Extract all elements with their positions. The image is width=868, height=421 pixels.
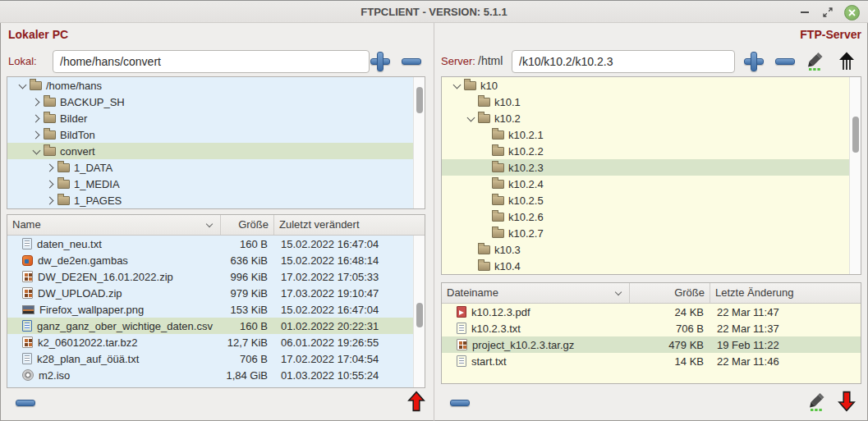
close-button[interactable] bbox=[842, 1, 861, 24]
table-row[interactable]: Firefox_wallpaper.png 153 KiB 15.02.2022… bbox=[7, 301, 425, 318]
server-tree-body: k10 k10.1 k10.2 k10.2.1 k10.2.2 k10.2.3 … bbox=[442, 77, 849, 274]
table-row[interactable]: k2_06012022.tar.bz2 12,7 KiB 06.01.2022 … bbox=[7, 334, 425, 350]
expander-icon[interactable] bbox=[452, 80, 462, 91]
file-modified: 17.03.2022 19:10:47 bbox=[274, 287, 425, 300]
file-type-icon bbox=[22, 271, 33, 282]
server-delete-button[interactable] bbox=[449, 392, 471, 414]
tree-item[interactable]: k10.2 bbox=[442, 110, 849, 126]
local-table-scrollbar[interactable] bbox=[413, 236, 425, 387]
local-delete-button[interactable] bbox=[15, 392, 36, 414]
tree-item[interactable]: k10.2.6 bbox=[442, 208, 849, 225]
table-row[interactable]: m2.iso 1,84 GiB 01.03.2022 10:55:24 bbox=[7, 367, 425, 383]
server-parent-dir-button[interactable] bbox=[838, 51, 856, 71]
expander-icon[interactable] bbox=[31, 113, 42, 124]
tree-item[interactable]: convert bbox=[7, 143, 425, 159]
tree-item-label: BildTon bbox=[60, 129, 95, 141]
folder-icon bbox=[57, 180, 70, 189]
local-column-modified[interactable]: Zuletzt verändert bbox=[274, 215, 425, 235]
folder-icon bbox=[44, 130, 56, 140]
file-type-icon bbox=[22, 353, 32, 364]
server-add-button[interactable] bbox=[743, 51, 765, 72]
local-add-button[interactable] bbox=[370, 51, 391, 72]
local-column-size[interactable]: Größe bbox=[221, 215, 274, 235]
upload-button[interactable] bbox=[407, 391, 425, 412]
tree-item-label: k10.2.6 bbox=[508, 211, 544, 223]
table-row[interactable]: k28_plan_auf_öüä.txt 706 B 17.02.2022 17… bbox=[7, 350, 425, 367]
scrollbar-thumb[interactable] bbox=[852, 117, 859, 153]
file-modified: 19 Feb 11:22 bbox=[710, 339, 861, 351]
local-path-input[interactable] bbox=[53, 50, 370, 73]
tree-item[interactable]: 1_MEDIA bbox=[7, 176, 413, 192]
table-row[interactable]: start.txt 14 KB 22 Mar 11:46 bbox=[442, 353, 861, 369]
scrollbar-thumb[interactable] bbox=[416, 303, 423, 327]
server-column-name[interactable]: Dateiname bbox=[442, 283, 630, 303]
title-bar[interactable]: FTPCLIENT - VERSION: 5.1.1 bbox=[0, 0, 868, 23]
expander-icon[interactable] bbox=[17, 80, 28, 91]
tree-item[interactable]: k10.2.4 bbox=[442, 176, 849, 192]
server-path-input[interactable] bbox=[512, 50, 735, 73]
tree-item-label: /home/hans bbox=[46, 80, 102, 92]
expander-icon[interactable] bbox=[31, 146, 42, 157]
tree-item[interactable]: 1_DATA bbox=[7, 159, 413, 176]
minus-icon bbox=[402, 58, 421, 65]
server-column-modified[interactable]: Letzte Änderung bbox=[710, 283, 861, 303]
tree-item[interactable]: BildTon bbox=[7, 126, 413, 143]
tree-item-label: k10.4 bbox=[494, 260, 521, 272]
server-path-label: Server: bbox=[441, 55, 475, 67]
table-row[interactable]: project_k10.2.3.tar.gz 479 KB 19 Feb 11:… bbox=[442, 336, 861, 353]
tree-item[interactable]: k10.2.2 bbox=[442, 143, 849, 159]
server-table-body: k10.12.3.pdf 24 KB 22 Mar 11:47 k10.2.3.… bbox=[442, 304, 861, 369]
server-tree-scrollbar[interactable] bbox=[849, 77, 861, 274]
server-edit-button[interactable] bbox=[807, 391, 825, 412]
folder-icon bbox=[478, 245, 490, 254]
file-type-icon bbox=[22, 238, 32, 249]
server-remove-button[interactable] bbox=[774, 51, 796, 72]
expander-icon[interactable] bbox=[466, 113, 476, 124]
local-remove-button[interactable] bbox=[401, 51, 422, 72]
server-column-size[interactable]: Größe bbox=[630, 283, 710, 303]
file-size: 160 B bbox=[221, 320, 274, 332]
table-row[interactable]: ganz_ganz_ober_wichtige_daten.csv 160 B … bbox=[7, 318, 425, 334]
file-name: k10.12.3.pdf bbox=[471, 306, 530, 318]
table-row[interactable]: k10.2.3.txt 706 B 22 Mar 11:37 bbox=[442, 320, 861, 336]
table-row[interactable]: DW_UPLOAD.zip 979 KiB 17.03.2022 19:10:4… bbox=[7, 285, 425, 301]
local-column-name[interactable]: Name bbox=[7, 215, 221, 235]
tree-item[interactable]: BACKUP_SH bbox=[7, 94, 413, 110]
server-path-row: Server: /html bbox=[441, 49, 861, 74]
table-row[interactable]: DW_DE2EN_16.01.2022.zip 996 KiB 17.02.20… bbox=[7, 268, 425, 285]
expander-icon[interactable] bbox=[31, 130, 42, 140]
tree-item[interactable]: k10.1 bbox=[442, 94, 849, 110]
tree-item-label: k10 bbox=[480, 80, 498, 92]
minimize-button[interactable] bbox=[796, 1, 814, 24]
file-type-icon bbox=[457, 323, 466, 334]
tree-item[interactable]: 1_PAGES bbox=[7, 192, 413, 208]
tree-item[interactable]: /home/hans bbox=[7, 77, 413, 94]
expander-icon[interactable] bbox=[31, 97, 42, 108]
file-modified: 22 Mar 11:47 bbox=[710, 306, 861, 318]
tree-item[interactable]: k10.3 bbox=[442, 241, 849, 258]
server-panel-title: FTP-Server bbox=[800, 28, 861, 41]
table-row[interactable]: k10.12.3.pdf 24 KB 22 Mar 11:47 bbox=[442, 304, 861, 320]
tree-item[interactable]: k10.2.3 bbox=[442, 159, 861, 176]
tree-item[interactable]: Bilder bbox=[7, 110, 413, 126]
tree-item[interactable]: k10.2.1 bbox=[442, 126, 849, 143]
tree-item[interactable]: k10.2.5 bbox=[442, 192, 849, 208]
tree-item-label: Bilder bbox=[60, 112, 87, 125]
expander-icon[interactable] bbox=[45, 162, 56, 173]
file-modified: 17.02.2022 17:05:33 bbox=[274, 271, 425, 283]
expander-icon[interactable] bbox=[45, 179, 56, 190]
folder-icon bbox=[44, 98, 56, 107]
local-tree-scrollbar[interactable] bbox=[413, 77, 425, 208]
table-row[interactable]: dw_de2en.gambas 636 KiB 15.02.2022 16:48… bbox=[7, 252, 425, 268]
folder-icon bbox=[492, 196, 504, 205]
download-button[interactable] bbox=[838, 391, 856, 412]
tree-item[interactable]: k10.2.7 bbox=[442, 225, 849, 241]
tree-item[interactable]: k10 bbox=[442, 77, 849, 94]
table-row[interactable]: daten_neu.txt 160 B 15.02.2022 16:47:04 bbox=[7, 236, 425, 252]
tree-item[interactable]: k10.4 bbox=[442, 258, 849, 274]
expander-icon[interactable] bbox=[45, 195, 56, 206]
server-rename-button[interactable] bbox=[806, 51, 824, 71]
scrollbar-thumb[interactable] bbox=[416, 87, 423, 113]
file-size: 979 KiB bbox=[221, 287, 274, 300]
restore-button[interactable] bbox=[819, 1, 837, 24]
